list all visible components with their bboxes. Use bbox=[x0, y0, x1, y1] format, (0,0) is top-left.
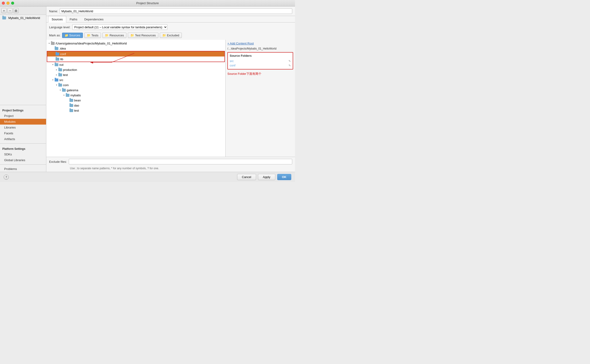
bottom-actions: Cancel Apply OK bbox=[237, 174, 292, 180]
mark-as-row: Mark as: 📁 Sources 📁 Tests 📁 Resources 📁… bbox=[46, 32, 295, 40]
lang-level-select[interactable]: Project default (11 – Local variable syn… bbox=[72, 24, 167, 30]
content-area: Name: Sources Paths Dependencies Languag… bbox=[46, 6, 295, 172]
copy-module-button[interactable]: ⊞ bbox=[13, 8, 19, 13]
sidebar-toolbar: + − ⊞ bbox=[0, 6, 46, 15]
edit-conf-icon[interactable]: ✎ bbox=[289, 64, 291, 67]
close-button[interactable] bbox=[2, 2, 5, 5]
tab-dependencies[interactable]: Dependencies bbox=[81, 16, 107, 22]
tree-item-production[interactable]: production bbox=[46, 67, 225, 72]
tree-item-out[interactable]: out bbox=[46, 62, 225, 67]
sources-content: /Users/gatesma/IdeaProjects/Mybatis_01_H… bbox=[46, 40, 295, 157]
sidebar-item-global-libraries[interactable]: Global Libraries bbox=[0, 157, 46, 163]
apply-button[interactable]: Apply bbox=[258, 174, 275, 180]
exclude-files-label: Exclude files: bbox=[49, 160, 67, 163]
lang-level-row: Language level: Project default (11 – Lo… bbox=[46, 22, 295, 32]
tree-item-gatesma[interactable]: gatesma bbox=[46, 88, 225, 93]
add-content-root-link[interactable]: + Add Content Root bbox=[227, 42, 293, 45]
lib-folder-icon bbox=[56, 58, 59, 61]
tree-item-lib[interactable]: lib bbox=[47, 57, 224, 62]
edit-src-icon[interactable]: ✎ bbox=[289, 59, 291, 63]
root-folder-icon bbox=[51, 42, 55, 45]
window-title: Project Structure bbox=[136, 1, 159, 5]
mark-as-excluded-button[interactable]: 📁 Excluded bbox=[160, 33, 182, 38]
mybatis-label: mybatis bbox=[70, 94, 81, 97]
chevron-mybatis bbox=[62, 93, 66, 97]
idea-label: .idea bbox=[59, 47, 66, 50]
resources-folder-icon: 📁 bbox=[105, 33, 109, 37]
chevron-test-out bbox=[55, 73, 58, 77]
chevron-gatesma bbox=[58, 88, 62, 92]
sidebar: + − ⊞ Mybatis_01_HelloWorld Project Sett… bbox=[0, 6, 46, 172]
source-folder-item-src: src ✎ bbox=[230, 59, 291, 63]
tree-item-test-src[interactable]: test bbox=[46, 108, 225, 113]
testresources-folder-icon: 📁 bbox=[130, 33, 134, 37]
src-folder-icon bbox=[55, 78, 58, 82]
gatesma-label: gatesma bbox=[67, 88, 78, 92]
lib-label: lib bbox=[60, 58, 63, 61]
exclude-files-hint: Use ; to separate name patterns, * for a… bbox=[46, 166, 295, 172]
out-folder-icon bbox=[55, 63, 58, 66]
chevron-src bbox=[51, 78, 55, 82]
mark-as-sources-button[interactable]: 📁 Sources bbox=[62, 33, 83, 38]
mark-as-testresources-button[interactable]: 📁 Test Resources bbox=[128, 33, 158, 38]
name-row: Name: bbox=[46, 6, 295, 16]
right-panel: + Add Content Root /…IdeaProjects/Mybati… bbox=[226, 40, 295, 157]
tree-item-root[interactable]: /Users/gatesma/IdeaProjects/Mybatis_01_H… bbox=[46, 41, 225, 46]
source-folder-conf-name: conf bbox=[230, 64, 235, 67]
maximize-button[interactable] bbox=[11, 2, 14, 5]
sidebar-item-project[interactable]: Project bbox=[0, 113, 46, 119]
conf-folder-icon bbox=[56, 52, 59, 56]
sidebar-item-modules[interactable]: Modules bbox=[0, 119, 46, 124]
tree-item-dao[interactable]: dao bbox=[46, 103, 225, 108]
exclude-files-input[interactable] bbox=[69, 159, 292, 164]
minimize-button[interactable] bbox=[6, 2, 9, 5]
name-label: Name: bbox=[49, 9, 58, 13]
sidebar-item-facets[interactable]: Facets bbox=[0, 130, 46, 136]
tree-item-mybatis[interactable]: mybatis bbox=[46, 93, 225, 98]
window-controls[interactable] bbox=[2, 2, 14, 5]
title-bar: Project Structure bbox=[0, 0, 295, 6]
com-label: com bbox=[63, 83, 69, 87]
bean-folder-icon bbox=[70, 99, 73, 102]
mark-as-tests-button[interactable]: 📁 Tests bbox=[84, 33, 101, 38]
add-module-button[interactable]: + bbox=[1, 8, 6, 13]
content-root-path: /…IdeaProjects/Mybatis_01_HelloWorld bbox=[227, 47, 293, 50]
mark-as-resources-button[interactable]: 📁 Resources bbox=[102, 33, 126, 38]
tree-item-com[interactable]: com bbox=[46, 82, 225, 88]
help-button[interactable]: ? bbox=[4, 175, 9, 180]
production-label: production bbox=[63, 68, 77, 72]
sidebar-item-problems[interactable]: Problems bbox=[0, 166, 46, 172]
chevron-root bbox=[47, 41, 51, 45]
tree-item-test-out[interactable]: test bbox=[46, 72, 225, 77]
cancel-button[interactable]: Cancel bbox=[237, 174, 256, 180]
source-folders-box: Source Folders src ✎ conf ✎ bbox=[227, 52, 293, 70]
bottom-bar: ? Cancel Apply OK bbox=[0, 172, 295, 182]
gatesma-folder-icon bbox=[62, 89, 66, 92]
project-settings-title: Project Settings bbox=[0, 106, 46, 113]
sidebar-item-sdks[interactable]: SDKs bbox=[0, 151, 46, 157]
tab-sources[interactable]: Sources bbox=[48, 16, 66, 22]
sidebar-divider-middle bbox=[0, 143, 46, 143]
test-src-label: test bbox=[74, 109, 79, 112]
chevron-production bbox=[55, 68, 58, 72]
com-folder-icon bbox=[58, 84, 62, 87]
tab-paths[interactable]: Paths bbox=[66, 16, 81, 22]
name-input[interactable] bbox=[60, 8, 292, 14]
sidebar-divider-bottom bbox=[0, 164, 46, 165]
conf-annotation-box: conf lib bbox=[47, 51, 225, 62]
sidebar-item-artifacts[interactable]: Artifacts bbox=[0, 136, 46, 142]
tree-item-idea[interactable]: .idea bbox=[46, 46, 225, 51]
tree-item-conf[interactable]: conf bbox=[47, 52, 224, 57]
mybatis-folder-icon bbox=[66, 94, 70, 97]
tree-item-src[interactable]: src bbox=[46, 77, 225, 82]
tree-item-bean[interactable]: bean bbox=[46, 98, 225, 103]
exclude-files-row: Exclude files: bbox=[46, 157, 295, 166]
remove-module-button[interactable]: − bbox=[7, 8, 13, 13]
module-item-mybatis[interactable]: Mybatis_01_HelloWorld bbox=[0, 15, 46, 21]
tests-folder-icon: 📁 bbox=[87, 33, 91, 37]
sidebar-item-libraries[interactable]: Libraries bbox=[0, 124, 46, 130]
sources-folder-icon: 📁 bbox=[65, 33, 68, 37]
dao-label: dao bbox=[74, 104, 79, 107]
module-item-label: Mybatis_01_HelloWorld bbox=[8, 16, 40, 20]
ok-button[interactable]: OK bbox=[277, 174, 292, 180]
